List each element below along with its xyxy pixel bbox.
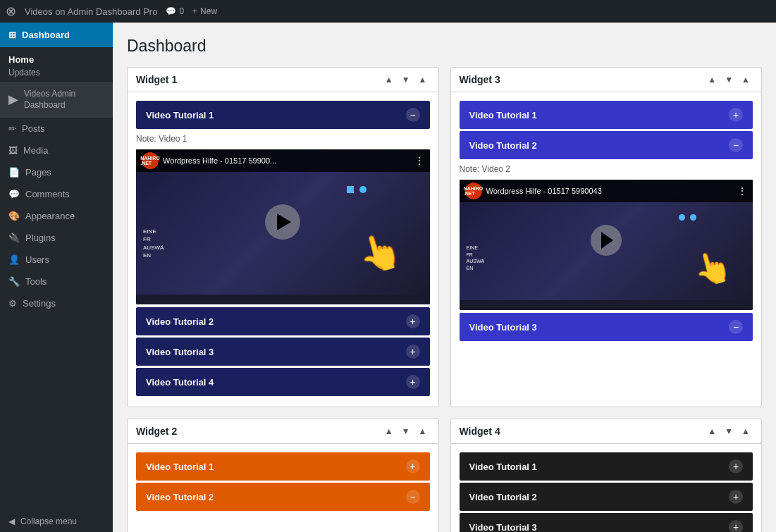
- sidebar-item-media[interactable]: 🖼 Media: [0, 140, 113, 161]
- media-label: Media: [23, 145, 48, 156]
- plugins-label: Plugins: [25, 233, 56, 243]
- w3-video-dots-icon[interactable]: ⋮: [737, 185, 747, 197]
- widget-1-video-3[interactable]: Video Tutorial 3 +: [136, 338, 430, 366]
- widget-3-header: Widget 3 ▲ ▼ ▲: [451, 68, 762, 92]
- widget-4-down-btn[interactable]: ▼: [722, 425, 736, 438]
- widget-2-video-1[interactable]: Video Tutorial 1 +: [136, 452, 430, 481]
- w2-video-2-label: Video Tutorial 2: [146, 492, 214, 502]
- play-triangle-icon: [277, 214, 291, 230]
- widget-4-expand-btn[interactable]: ▲: [739, 425, 753, 438]
- w4-video-3-btn[interactable]: +: [729, 520, 743, 532]
- widget-3-expand-btn[interactable]: ▲: [739, 73, 753, 86]
- sidebar-item-plugins[interactable]: 🔌 Plugins: [0, 227, 113, 249]
- widget-3-controls: ▲ ▼ ▲: [705, 73, 753, 86]
- widget-2-down-btn[interactable]: ▼: [399, 425, 413, 438]
- w3-video-text-overlay: EINEFRAUSWÄEN: [467, 245, 485, 272]
- video-2-toggle-btn[interactable]: +: [406, 314, 420, 328]
- widget-3-video-3[interactable]: Video Tutorial 3 −: [460, 313, 753, 341]
- w3-video-1-btn[interactable]: +: [729, 108, 743, 122]
- w3-video-title-text: Wordpress Hilfe - 01517 5990043: [486, 187, 734, 195]
- video-play-icon: ▶: [8, 92, 18, 108]
- video-4-toggle-btn[interactable]: +: [406, 375, 420, 389]
- w3-video-avatar: NAHIRO.NET: [465, 183, 482, 199]
- w2-video-2-btn[interactable]: −: [406, 490, 420, 504]
- new-link[interactable]: + New: [192, 6, 217, 16]
- tools-label: Tools: [25, 276, 47, 287]
- w4-video-2-btn[interactable]: +: [729, 490, 743, 504]
- video-1-toggle-btn[interactable]: −: [406, 108, 420, 122]
- w4-video-1-btn[interactable]: +: [729, 459, 743, 474]
- widget-4-title: Widget 4: [460, 426, 500, 437]
- widget-4-video-1[interactable]: Video Tutorial 1 +: [460, 452, 753, 481]
- sidebar-home-section: Home Updates: [0, 47, 113, 82]
- widget-1-up-btn[interactable]: ▲: [382, 73, 396, 86]
- widget-1-video-4[interactable]: Video Tutorial 4 +: [136, 368, 430, 396]
- widget-3-video-player[interactable]: NAHIRO.NET Wordpress Hilfe - 01517 59900…: [460, 180, 753, 310]
- w4-video-2-label: Video Tutorial 2: [469, 492, 537, 502]
- widget-3-note: Note: Video 2: [460, 161, 753, 180]
- comments-count: 0: [179, 6, 184, 16]
- widget-3-up-btn[interactable]: ▲: [705, 73, 719, 86]
- plus-icon: +: [192, 6, 197, 16]
- sidebar-plugin-item[interactable]: ▶ Videos Admin Dashboard: [0, 82, 113, 118]
- widget-4-panel: Widget 4 ▲ ▼ ▲ Video Tutorial 1 + Video …: [450, 419, 763, 532]
- widget-4-video-2[interactable]: Video Tutorial 2 +: [460, 483, 753, 511]
- sidebar-item-comments[interactable]: 💬 Comments: [0, 183, 113, 205]
- sidebar-item-home[interactable]: Home: [8, 53, 104, 66]
- widget-1-video-1[interactable]: Video Tutorial 1 −: [136, 101, 430, 129]
- settings-label: Settings: [23, 298, 56, 309]
- w3-video-3-btn[interactable]: −: [729, 320, 743, 334]
- sidebar-collapse[interactable]: ◀ Collapse menu: [0, 511, 113, 532]
- widget-2-up-btn[interactable]: ▲: [382, 425, 396, 438]
- sidebar: ⊞ Dashboard Home Updates ▶ Videos Admin …: [0, 23, 113, 532]
- sidebar-item-appearance[interactable]: 🎨 Appearance: [0, 205, 113, 227]
- users-icon: 👤: [8, 254, 20, 265]
- w3-video-2-label: Video Tutorial 2: [469, 140, 537, 151]
- sidebar-item-updates[interactable]: Updates: [8, 66, 104, 79]
- video-1-label: Video Tutorial 1: [146, 110, 214, 120]
- widget-1-expand-btn[interactable]: ▲: [416, 73, 430, 86]
- sidebar-item-users[interactable]: 👤 Users: [0, 249, 113, 271]
- sidebar-item-settings[interactable]: ⚙ Settings: [0, 292, 113, 314]
- w3-video-bottom-bar: [460, 300, 753, 310]
- widget-4-video-3[interactable]: Video Tutorial 3 +: [460, 513, 753, 532]
- top-bar: ⊗ Videos on Admin Dashboard Pro 💬 0 + Ne…: [0, 0, 776, 23]
- widget-4-up-btn[interactable]: ▲: [705, 425, 719, 438]
- video-1-title-text: Wordpress Hilfe - 01517 59900...: [163, 156, 410, 165]
- sidebar-item-tools[interactable]: 🔧 Tools: [0, 271, 113, 292]
- video-1-top-bar: NAHIRO.NET Wordpress Hilfe - 01517 59900…: [136, 149, 430, 172]
- collapse-label: Collapse menu: [20, 516, 77, 526]
- widget-2-controls: ▲ ▼ ▲: [382, 425, 430, 438]
- video-1-play-btn[interactable]: [265, 204, 300, 240]
- dashboard-label: Dashboard: [22, 30, 70, 40]
- video-4-label: Video Tutorial 4: [146, 377, 214, 388]
- widget-3-down-btn[interactable]: ▼: [722, 73, 736, 86]
- comments-link[interactable]: 💬 0: [166, 6, 184, 16]
- widget-3-video-2[interactable]: Video Tutorial 2 −: [460, 131, 753, 159]
- widget-3-body: Video Tutorial 1 + Video Tutorial 2 − No…: [451, 92, 762, 352]
- video-3-toggle-btn[interactable]: +: [406, 345, 420, 359]
- widget-1-video-player[interactable]: NAHIRO.NET Wordpress Hilfe - 01517 59900…: [136, 149, 430, 304]
- widget-2-expand-btn[interactable]: ▲: [416, 425, 430, 438]
- w3-play-btn[interactable]: [591, 225, 622, 256]
- posts-label: Posts: [22, 123, 45, 134]
- w2-video-1-btn[interactable]: +: [406, 459, 420, 474]
- widget-1-video-2[interactable]: Video Tutorial 2 +: [136, 307, 430, 335]
- site-name[interactable]: Videos on Admin Dashboard Pro: [25, 6, 157, 17]
- w3-video-2-btn[interactable]: −: [729, 138, 743, 152]
- widget-1-down-btn[interactable]: ▼: [399, 73, 413, 86]
- page-title: Dashboard: [127, 37, 762, 56]
- new-label: New: [200, 6, 217, 16]
- widget-2-video-2[interactable]: Video Tutorial 2 −: [136, 483, 430, 511]
- sidebar-item-pages[interactable]: 📄 Pages: [0, 161, 113, 183]
- widget-1-panel: Widget 1 ▲ ▼ ▲ Video Tutorial 1 −: [127, 67, 439, 407]
- video-1-dots-icon[interactable]: ⋮: [414, 155, 424, 166]
- video-text-overlay: EINEFRAUSWÄEN: [143, 228, 164, 259]
- sidebar-item-posts[interactable]: ✏ Posts: [0, 118, 113, 140]
- widget-2-header: Widget 2 ▲ ▼ ▲: [128, 419, 438, 444]
- video-1-bottom-bar: [136, 295, 430, 304]
- sidebar-item-dashboard[interactable]: ⊞ Dashboard: [0, 23, 113, 47]
- widget-3-video-1[interactable]: Video Tutorial 1 +: [460, 101, 753, 129]
- main-layout: ⊞ Dashboard Home Updates ▶ Videos Admin …: [0, 23, 776, 532]
- appearance-label: Appearance: [25, 211, 75, 221]
